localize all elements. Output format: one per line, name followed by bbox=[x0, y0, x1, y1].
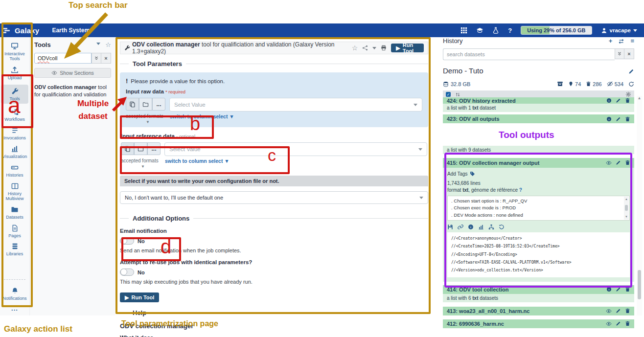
favorite-star-icon[interactable]: ☆ bbox=[352, 44, 358, 52]
select-all-checkbox[interactable]: ✓ bbox=[446, 92, 451, 97]
sidebar-item-histories[interactable]: Histories bbox=[1, 163, 28, 178]
save-download-icon[interactable] bbox=[447, 224, 453, 230]
config-select[interactable]: No, I don't want to, I'll use the defaul… bbox=[120, 191, 428, 204]
reference-genome-link[interactable]: ? bbox=[519, 187, 522, 193]
trash-icon[interactable] bbox=[625, 287, 630, 292]
history-size[interactable]: 32.8 GB bbox=[451, 81, 470, 87]
galaxy-logo-icon[interactable] bbox=[3, 27, 10, 33]
new-history-plus-icon[interactable]: + bbox=[609, 37, 613, 45]
pencil-icon[interactable] bbox=[616, 160, 621, 165]
sidebar-item-history-multiview[interactable]: History Multiview bbox=[1, 182, 28, 202]
tool-search-input[interactable]: ODV coll bbox=[34, 53, 92, 64]
sidebar-item-libraries[interactable]: Libraries bbox=[1, 243, 28, 256]
reuse-jobs-toggle[interactable] bbox=[120, 269, 134, 276]
info-icon[interactable] bbox=[606, 287, 612, 292]
tools-caret-down-icon[interactable] bbox=[96, 43, 100, 45]
sidebar-item-interactive-tools[interactable]: Interactive Tools bbox=[1, 42, 28, 62]
dataset-title-row[interactable]: 413: woa23_all_n00_01_harm.nc bbox=[443, 307, 634, 315]
history-scrollbar[interactable]: ▲ bbox=[637, 96, 642, 315]
deleted-count[interactable]: 286 bbox=[586, 81, 601, 87]
accepted-formats-label[interactable]: accepted formats▼ bbox=[126, 113, 170, 124]
history-search-advanced-button[interactable] bbox=[615, 48, 624, 59]
switch-history-icon[interactable] bbox=[618, 37, 624, 45]
refresh-icon[interactable] bbox=[628, 81, 634, 87]
related-datasets-sitemap-icon[interactable] bbox=[488, 224, 494, 230]
sort-items-icon[interactable] bbox=[455, 92, 460, 97]
help-icon[interactable]: ? bbox=[508, 27, 512, 34]
display-eye-icon[interactable] bbox=[606, 160, 612, 166]
search-advanced-chevrons-button[interactable] bbox=[92, 53, 101, 64]
peek-scrollbar[interactable]: ▲▼ bbox=[624, 197, 629, 220]
training-graduation-cap-icon[interactable] bbox=[476, 27, 483, 34]
grid-apps-icon[interactable] bbox=[460, 27, 467, 34]
pencil-icon[interactable] bbox=[616, 321, 621, 326]
rerun-icon[interactable] bbox=[499, 224, 505, 230]
sidebar-item-workflows[interactable]: Workflows bbox=[1, 108, 28, 122]
trash-icon[interactable] bbox=[625, 116, 630, 122]
favorites-star-icon[interactable]: ☆ bbox=[105, 43, 111, 47]
sidebar-item-notifications[interactable]: Notifications bbox=[1, 287, 28, 301]
switch-column-select-link[interactable]: switch to column select ▼ bbox=[170, 113, 234, 124]
pencil-icon[interactable] bbox=[616, 287, 621, 292]
history-search-input[interactable] bbox=[443, 48, 615, 60]
galaxy-brand[interactable]: Galaxy bbox=[15, 26, 39, 35]
shown-count[interactable]: 74 bbox=[568, 81, 581, 87]
run-tool-button-top[interactable]: ▶ Run Tool bbox=[391, 44, 424, 52]
history-name[interactable]: Demo - Tuto bbox=[443, 67, 483, 75]
storage-usage-badge[interactable]: Using 29% of 256.0 GB bbox=[521, 26, 592, 35]
history-options-menu-icon[interactable]: ≡ bbox=[630, 37, 634, 45]
dataset-title-row[interactable]: 414: ODV tool collection bbox=[443, 285, 634, 294]
sidebar-more-button[interactable]: ... bbox=[1, 305, 28, 313]
dataset-title-row[interactable]: 424: ODV history extracted bbox=[443, 97, 634, 104]
history-search-clear-button[interactable]: × bbox=[624, 48, 634, 59]
trash-icon[interactable] bbox=[625, 308, 630, 314]
visualize-chart-icon[interactable] bbox=[478, 224, 484, 230]
archive-icon[interactable] bbox=[557, 81, 563, 87]
tool-search-result[interactable]: ODV collection manager tool for qualific… bbox=[34, 84, 111, 98]
edit-history-pencil-icon[interactable] bbox=[628, 67, 634, 75]
sidebar-item-tools[interactable]: Tools bbox=[1, 85, 28, 104]
pencil-icon[interactable] bbox=[616, 308, 621, 314]
add-tags-label[interactable]: Add Tags bbox=[447, 171, 468, 177]
trash-icon[interactable] bbox=[625, 321, 630, 326]
sidebar-item-visualization[interactable]: Visualization bbox=[1, 145, 28, 159]
sidebar-item-invocations[interactable]: Invocations bbox=[1, 127, 28, 140]
user-menu[interactable]: vracape bbox=[601, 27, 637, 34]
sidebar-item-pages[interactable]: Pages bbox=[1, 225, 28, 238]
printer-icon[interactable] bbox=[381, 45, 387, 51]
tag-icon[interactable] bbox=[470, 171, 475, 177]
dataset-title-row[interactable]: 412: 6990636_harm.nc bbox=[443, 319, 634, 328]
display-eye-icon[interactable] bbox=[606, 321, 612, 327]
display-eye-icon[interactable] bbox=[606, 308, 612, 314]
search-clear-button[interactable]: × bbox=[101, 53, 111, 64]
email-notification-toggle[interactable] bbox=[120, 237, 134, 245]
trash-icon[interactable] bbox=[625, 160, 630, 165]
paste-dataset-button[interactable] bbox=[126, 98, 139, 111]
run-tool-button-bottom[interactable]: ▶ Run Tool bbox=[120, 292, 159, 302]
tool-options-caret-icon[interactable] bbox=[372, 47, 376, 49]
dataset-title-row[interactable]: 415: ODV collection manager output bbox=[443, 158, 634, 168]
hidden-count[interactable]: 534 bbox=[607, 81, 623, 87]
scroll-up-arrow[interactable]: ▲ bbox=[637, 96, 642, 101]
browse-datasets-button[interactable] bbox=[134, 142, 147, 155]
sidebar-item-datasets[interactable]: Datasets bbox=[1, 205, 28, 220]
flask-icon[interactable] bbox=[492, 27, 499, 34]
info-icon[interactable] bbox=[606, 98, 612, 103]
pencil-icon[interactable] bbox=[616, 98, 621, 103]
switch-column-select-link[interactable]: switch to column select ▼ bbox=[165, 158, 230, 169]
dataset-title-row[interactable]: 423: ODV all outputs bbox=[443, 114, 634, 123]
dataset-peek-box[interactable]: . Chosen start option is : R_APP_QV . Ch… bbox=[447, 196, 630, 221]
reference-data-select[interactable]: Select Value bbox=[164, 142, 427, 156]
accepted-formats-label[interactable]: accepted formats▼ bbox=[121, 158, 165, 169]
info-icon[interactable] bbox=[606, 116, 612, 122]
more-options-button[interactable]: ... bbox=[147, 142, 161, 155]
link-icon[interactable] bbox=[458, 224, 463, 230]
share-icon[interactable] bbox=[362, 45, 368, 51]
history-settings-gear-icon[interactable] bbox=[625, 91, 631, 97]
sidebar-item-upload[interactable]: Upload bbox=[1, 66, 28, 80]
info-icon[interactable] bbox=[468, 224, 474, 230]
pencil-icon[interactable] bbox=[616, 116, 621, 122]
raw-data-select[interactable]: Select Value bbox=[169, 98, 422, 112]
show-sections-button[interactable]: Show Sections bbox=[34, 68, 111, 78]
more-options-button[interactable]: ... bbox=[152, 98, 165, 111]
